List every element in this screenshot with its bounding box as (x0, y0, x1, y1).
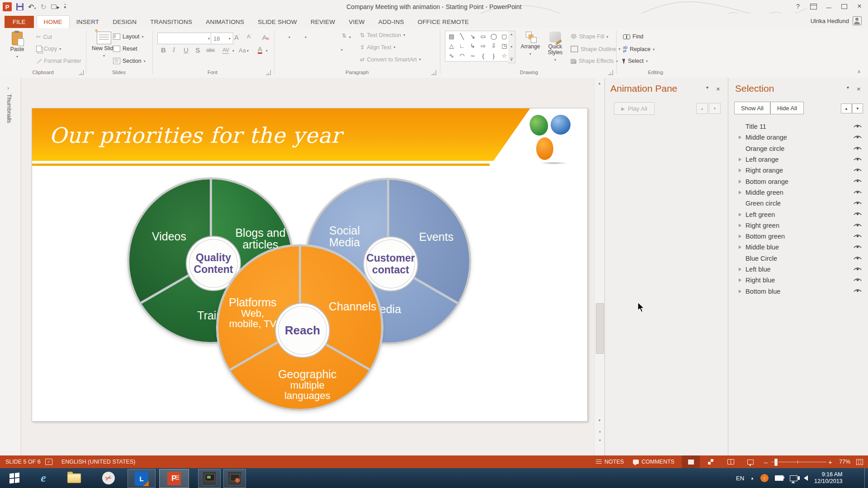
input-language-indicator[interactable]: EN (736, 475, 744, 482)
copy-button[interactable]: Copy▾ (36, 46, 61, 52)
expand-thumbnails-icon[interactable]: › (7, 85, 9, 91)
shape-icon[interactable]: ◯ (491, 33, 497, 40)
selection-pane-close-icon[interactable]: × (857, 85, 861, 93)
shape-icon[interactable]: ▢ (501, 33, 507, 40)
select-button[interactable]: Select▾ (623, 58, 648, 64)
ribbon-tab[interactable]: ANIMATIONS (199, 16, 251, 28)
expander-icon[interactable] (739, 267, 741, 271)
notes-button[interactable]: NOTES (596, 455, 624, 468)
visibility-eye-icon[interactable] (853, 178, 862, 183)
ribbon-tab[interactable]: INSERT (70, 16, 106, 28)
shape-icon[interactable]: ⇨ (481, 42, 486, 49)
shape-icon[interactable]: ╲ (460, 33, 464, 40)
shape-icon[interactable]: ☆ (502, 52, 507, 59)
slide-sorter-view-button[interactable] (702, 455, 720, 468)
strikethrough-button[interactable]: abc (206, 47, 215, 53)
arrange-button[interactable]: Arrange▾ (518, 32, 542, 57)
visibility-eye-icon[interactable] (853, 266, 862, 272)
selection-list-item[interactable]: Left green (728, 209, 868, 220)
section-button[interactable]: Section▾ (113, 58, 146, 64)
visibility-eye-icon[interactable] (853, 222, 862, 228)
expander-icon[interactable] (739, 213, 741, 216)
account-chip[interactable]: Ulrika Hedlund (811, 16, 862, 25)
taskbar-lync-recorder[interactable]: L (127, 469, 156, 488)
paste-button[interactable]: Paste▾ (5, 32, 30, 60)
animation-reorder-down-button[interactable]: ▼ (709, 103, 721, 114)
visibility-eye-icon[interactable] (853, 200, 862, 206)
selection-list-item[interactable]: Orange circle (728, 143, 868, 154)
show-all-button[interactable]: Show All (734, 102, 770, 114)
slide-title[interactable]: Our priorities for the year (49, 118, 456, 153)
taskbar-recorder-app-1[interactable] (198, 469, 221, 488)
visibility-eye-icon[interactable] (853, 244, 862, 249)
bold-button[interactable]: B (161, 46, 166, 54)
expander-icon[interactable] (739, 235, 741, 238)
line-spacing-button[interactable]: ⇅ (342, 33, 346, 39)
font-color-button[interactable]: A (258, 46, 262, 54)
ribbon-tab[interactable]: DESIGN (106, 16, 143, 28)
language-indicator[interactable]: ENGLISH (UNITED STATES) (61, 455, 135, 468)
collapse-ribbon-button[interactable]: ∧ (857, 69, 861, 75)
reset-button[interactable]: Reset (113, 46, 137, 52)
visibility-eye-icon[interactable] (853, 167, 862, 173)
drawing-dialog-launcher[interactable] (608, 70, 613, 75)
paragraph-dialog-launcher[interactable] (431, 70, 436, 75)
selection-list-item[interactable]: Middle blue (728, 242, 868, 253)
animation-pane-close-icon[interactable]: × (716, 85, 720, 93)
italic-button[interactable]: I (173, 46, 175, 54)
visibility-eye-icon[interactable] (853, 145, 862, 151)
shrink-font-button[interactable]: Aˇ (247, 33, 252, 40)
convert-smartart-button[interactable]: ⇄ Convert to SmartArt▾ (360, 56, 421, 63)
slide[interactable]: Our priorities for the year Videos Blogs (32, 108, 588, 422)
slideshow-view-button[interactable] (741, 455, 760, 468)
network-icon[interactable] (790, 475, 797, 481)
start-button[interactable] (4, 469, 25, 487)
volume-icon[interactable] (804, 475, 808, 481)
next-slide-button[interactable]: ▼ (594, 436, 604, 445)
expander-icon[interactable] (739, 245, 741, 249)
orange-center-circle[interactable]: Reach (275, 303, 330, 358)
visibility-eye-icon[interactable] (853, 134, 862, 140)
ribbon-display-options-button[interactable] (806, 0, 821, 12)
shape-icon[interactable]: ▭ (481, 33, 486, 40)
shape-fill-button[interactable]: Shape Fill▾ (571, 33, 609, 40)
taskbar-snipping-tool[interactable]: ✂ (98, 469, 119, 487)
taskbar-powerpoint[interactable]: P (159, 469, 189, 488)
selection-list-item[interactable]: Left orange (728, 154, 868, 165)
selection-list-item[interactable]: Right green (728, 220, 868, 231)
shape-outline-button[interactable]: Shape Outline▾ (571, 46, 620, 52)
shape-icon[interactable]: ⇩ (491, 42, 496, 49)
underline-button[interactable]: U (184, 46, 189, 54)
restore-button[interactable] (836, 0, 852, 12)
fit-slide-button[interactable] (856, 455, 863, 468)
battery-icon[interactable] (775, 475, 783, 481)
zoom-out-button[interactable]: – (764, 455, 768, 468)
shape-icon[interactable]: ↳ (470, 42, 475, 49)
selection-list-item[interactable]: Right blue (728, 275, 868, 286)
show-desktop-button[interactable] (864, 468, 868, 488)
shape-effects-button[interactable]: Shape Effects▾ (571, 58, 618, 64)
replace-button[interactable]: ab⇄ Replace▾ (623, 46, 655, 53)
change-case-button[interactable]: Aa (239, 47, 246, 54)
slide-indicator[interactable]: SLIDE 5 OF 6 (5, 455, 41, 468)
format-painter-button[interactable]: Format Painter (36, 58, 81, 64)
selection-list-item[interactable]: Blue Circle (728, 253, 868, 264)
selection-pane-menu-icon[interactable]: ▾ (847, 85, 849, 90)
slide-scrollbar[interactable]: ▲ ▼ ▲ ▼ (594, 78, 604, 455)
clipboard-dialog-launcher[interactable] (79, 70, 84, 75)
find-button[interactable]: Find (623, 33, 643, 40)
close-button[interactable]: × (852, 0, 867, 12)
shape-icon[interactable]: } (493, 52, 495, 59)
minimize-button[interactable] (821, 0, 836, 12)
selection-list-item[interactable]: Green circle (728, 198, 868, 209)
visibility-eye-icon[interactable] (853, 233, 862, 239)
visibility-eye-icon[interactable] (853, 211, 862, 216)
shadow-button[interactable]: S (195, 46, 200, 54)
selection-list-item[interactable]: Bottom orange (728, 176, 868, 187)
visibility-eye-icon[interactable] (853, 123, 862, 129)
font-dialog-launcher[interactable] (266, 70, 271, 75)
ribbon-tab[interactable]: OFFICE REMOTE (411, 16, 476, 28)
shape-icon[interactable]: △ (449, 42, 454, 49)
taskbar-internet-explorer[interactable]: e (33, 469, 54, 487)
animation-reorder-up-button[interactable]: ▲ (696, 103, 708, 114)
